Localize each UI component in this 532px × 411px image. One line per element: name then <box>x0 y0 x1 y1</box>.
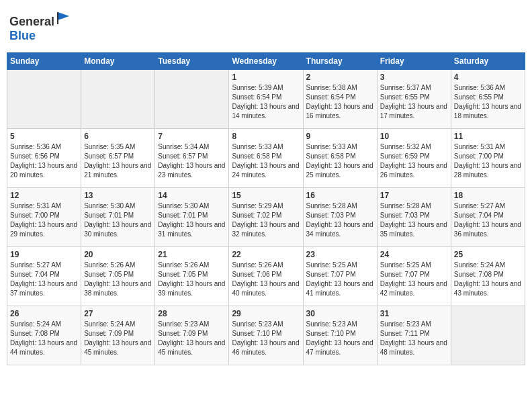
calendar-cell <box>451 306 525 365</box>
calendar-cell: 1Sunrise: 5:39 AMSunset: 6:54 PMDaylight… <box>229 70 303 129</box>
calendar-cell: 2Sunrise: 5:38 AMSunset: 6:54 PMDaylight… <box>303 70 377 129</box>
day-info: Sunrise: 5:31 AMSunset: 7:00 PMDaylight:… <box>454 142 522 180</box>
logo-flag-icon <box>56 11 71 26</box>
day-info: Sunrise: 5:30 AMSunset: 7:01 PMDaylight:… <box>158 201 226 239</box>
calendar-cell: 28Sunrise: 5:23 AMSunset: 7:09 PMDayligh… <box>155 306 229 365</box>
weekday-header-monday: Monday <box>81 53 155 70</box>
calendar-cell: 16Sunrise: 5:28 AMSunset: 7:03 PMDayligh… <box>303 188 377 247</box>
day-info: Sunrise: 5:26 AMSunset: 7:05 PMDaylight:… <box>84 261 152 298</box>
calendar-cell: 30Sunrise: 5:23 AMSunset: 7:10 PMDayligh… <box>303 306 377 365</box>
day-info: Sunrise: 5:37 AMSunset: 6:55 PMDaylight:… <box>380 83 448 121</box>
calendar-week-row: 26Sunrise: 5:24 AMSunset: 7:08 PMDayligh… <box>7 306 525 365</box>
calendar-cell: 20Sunrise: 5:26 AMSunset: 7:05 PMDayligh… <box>81 247 155 306</box>
calendar-cell: 26Sunrise: 5:24 AMSunset: 7:08 PMDayligh… <box>7 306 81 365</box>
calendar-cell: 8Sunrise: 5:33 AMSunset: 6:58 PMDaylight… <box>229 129 303 188</box>
day-number: 9 <box>306 132 374 141</box>
day-number: 7 <box>158 132 226 141</box>
day-info: Sunrise: 5:36 AMSunset: 6:55 PMDaylight:… <box>454 83 522 121</box>
calendar-cell: 11Sunrise: 5:31 AMSunset: 7:00 PMDayligh… <box>451 129 525 188</box>
day-info: Sunrise: 5:24 AMSunset: 7:09 PMDaylight:… <box>84 320 152 357</box>
calendar-cell: 22Sunrise: 5:26 AMSunset: 7:06 PMDayligh… <box>229 247 303 306</box>
page-header: General Blue <box>7 7 525 47</box>
calendar-cell: 15Sunrise: 5:29 AMSunset: 7:02 PMDayligh… <box>229 188 303 247</box>
calendar-cell: 12Sunrise: 5:31 AMSunset: 7:00 PMDayligh… <box>7 188 81 247</box>
calendar-cell: 4Sunrise: 5:36 AMSunset: 6:55 PMDaylight… <box>451 70 525 129</box>
day-info: Sunrise: 5:23 AMSunset: 7:09 PMDaylight:… <box>158 320 226 357</box>
day-info: Sunrise: 5:38 AMSunset: 6:54 PMDaylight:… <box>306 83 374 121</box>
day-number: 10 <box>380 132 448 141</box>
day-number: 30 <box>306 309 374 318</box>
calendar-cell: 29Sunrise: 5:23 AMSunset: 7:10 PMDayligh… <box>229 306 303 365</box>
calendar-cell: 10Sunrise: 5:32 AMSunset: 6:59 PMDayligh… <box>377 129 451 188</box>
day-info: Sunrise: 5:27 AMSunset: 7:04 PMDaylight:… <box>454 201 522 239</box>
day-info: Sunrise: 5:36 AMSunset: 6:56 PMDaylight:… <box>10 142 78 180</box>
day-number: 22 <box>232 250 300 259</box>
day-info: Sunrise: 5:23 AMSunset: 7:10 PMDaylight:… <box>232 320 300 357</box>
calendar-cell: 19Sunrise: 5:27 AMSunset: 7:04 PMDayligh… <box>7 247 81 306</box>
day-number: 16 <box>306 191 374 200</box>
day-number: 19 <box>10 250 78 259</box>
day-info: Sunrise: 5:23 AMSunset: 7:10 PMDaylight:… <box>306 320 374 357</box>
day-info: Sunrise: 5:29 AMSunset: 7:02 PMDaylight:… <box>232 201 300 239</box>
day-number: 21 <box>158 250 226 259</box>
calendar-cell: 3Sunrise: 5:37 AMSunset: 6:55 PMDaylight… <box>377 70 451 129</box>
day-number: 28 <box>158 309 226 318</box>
day-info: Sunrise: 5:31 AMSunset: 7:00 PMDaylight:… <box>10 201 78 239</box>
day-number: 26 <box>10 309 78 318</box>
calendar-cell: 25Sunrise: 5:24 AMSunset: 7:08 PMDayligh… <box>451 247 525 306</box>
day-info: Sunrise: 5:28 AMSunset: 7:03 PMDaylight:… <box>380 201 448 239</box>
day-number: 17 <box>380 191 448 200</box>
calendar-cell <box>81 70 155 129</box>
weekday-header-tuesday: Tuesday <box>155 53 229 70</box>
calendar-cell: 13Sunrise: 5:30 AMSunset: 7:01 PMDayligh… <box>81 188 155 247</box>
day-number: 18 <box>454 191 522 200</box>
day-info: Sunrise: 5:39 AMSunset: 6:54 PMDaylight:… <box>232 83 300 121</box>
calendar-cell <box>7 70 81 129</box>
calendar-cell <box>155 70 229 129</box>
calendar-cell: 6Sunrise: 5:35 AMSunset: 6:57 PMDaylight… <box>81 129 155 188</box>
day-number: 29 <box>232 309 300 318</box>
day-number: 27 <box>84 309 152 318</box>
weekday-header-row: SundayMondayTuesdayWednesdayThursdayFrid… <box>7 53 525 70</box>
day-info: Sunrise: 5:35 AMSunset: 6:57 PMDaylight:… <box>84 142 152 180</box>
day-number: 2 <box>306 73 374 82</box>
day-info: Sunrise: 5:25 AMSunset: 7:07 PMDaylight:… <box>380 261 448 298</box>
day-info: Sunrise: 5:33 AMSunset: 6:58 PMDaylight:… <box>306 142 374 180</box>
day-number: 31 <box>380 309 448 318</box>
calendar-week-row: 5Sunrise: 5:36 AMSunset: 6:56 PMDaylight… <box>7 129 525 188</box>
day-info: Sunrise: 5:32 AMSunset: 6:59 PMDaylight:… <box>380 142 448 180</box>
calendar-table: SundayMondayTuesdayWednesdayThursdayFrid… <box>7 52 525 365</box>
logo: General Blue <box>9 11 71 43</box>
day-number: 13 <box>84 191 152 200</box>
day-number: 15 <box>232 191 300 200</box>
calendar-cell: 17Sunrise: 5:28 AMSunset: 7:03 PMDayligh… <box>377 188 451 247</box>
weekday-header-sunday: Sunday <box>7 53 81 70</box>
day-info: Sunrise: 5:24 AMSunset: 7:08 PMDaylight:… <box>454 261 522 298</box>
calendar-cell: 9Sunrise: 5:33 AMSunset: 6:58 PMDaylight… <box>303 129 377 188</box>
logo-text: General Blue <box>9 11 71 43</box>
calendar-cell: 18Sunrise: 5:27 AMSunset: 7:04 PMDayligh… <box>451 188 525 247</box>
calendar-week-row: 1Sunrise: 5:39 AMSunset: 6:54 PMDaylight… <box>7 70 525 129</box>
logo-general: General <box>9 16 71 28</box>
day-number: 20 <box>84 250 152 259</box>
day-number: 24 <box>380 250 448 259</box>
day-number: 3 <box>380 73 448 82</box>
day-number: 5 <box>10 132 78 141</box>
calendar-cell: 24Sunrise: 5:25 AMSunset: 7:07 PMDayligh… <box>377 247 451 306</box>
day-info: Sunrise: 5:26 AMSunset: 7:05 PMDaylight:… <box>158 261 226 298</box>
calendar-cell: 31Sunrise: 5:23 AMSunset: 7:11 PMDayligh… <box>377 306 451 365</box>
day-info: Sunrise: 5:26 AMSunset: 7:06 PMDaylight:… <box>232 261 300 298</box>
day-number: 12 <box>10 191 78 200</box>
weekday-header-saturday: Saturday <box>451 53 525 70</box>
calendar-week-row: 12Sunrise: 5:31 AMSunset: 7:00 PMDayligh… <box>7 188 525 247</box>
weekday-header-thursday: Thursday <box>303 53 377 70</box>
svg-marker-0 <box>58 12 69 20</box>
day-info: Sunrise: 5:23 AMSunset: 7:11 PMDaylight:… <box>380 320 448 357</box>
day-info: Sunrise: 5:34 AMSunset: 6:57 PMDaylight:… <box>158 142 226 180</box>
day-number: 23 <box>306 250 374 259</box>
day-info: Sunrise: 5:27 AMSunset: 7:04 PMDaylight:… <box>10 261 78 298</box>
logo-blue: Blue <box>9 29 36 42</box>
weekday-header-wednesday: Wednesday <box>229 53 303 70</box>
weekday-header-friday: Friday <box>377 53 451 70</box>
day-number: 8 <box>232 132 300 141</box>
